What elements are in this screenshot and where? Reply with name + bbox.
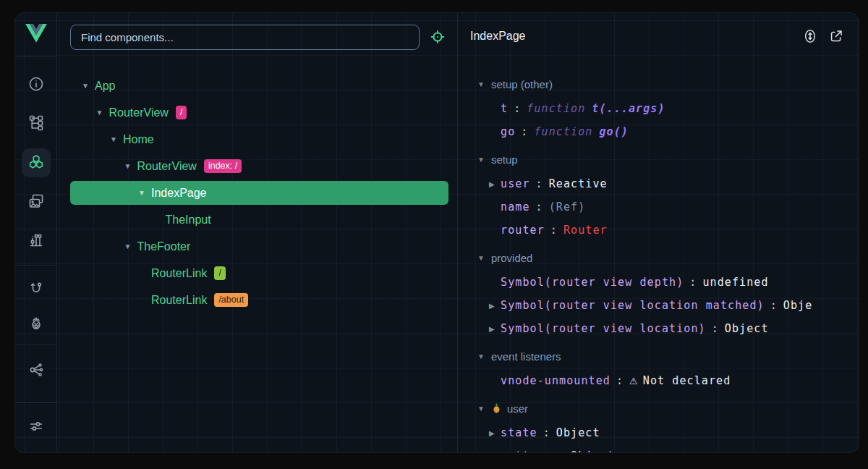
expand-arrow-icon[interactable]: ▶ bbox=[489, 302, 501, 310]
property-colon: : bbox=[770, 299, 778, 312]
expand-triangle-icon[interactable]: ▼ bbox=[124, 162, 133, 170]
expand-arrow-icon[interactable]: ▶ bbox=[489, 180, 501, 188]
section-header-event-listeners[interactable]: ▼event listeners bbox=[459, 343, 859, 369]
property-colon: : bbox=[558, 449, 565, 452]
function-keyword: function bbox=[527, 102, 585, 115]
property-key: getters bbox=[501, 449, 552, 452]
section-label: provided bbox=[491, 252, 533, 264]
tree-item-thefooter-6[interactable]: ▼TheFooter bbox=[70, 234, 448, 258]
property-key: name bbox=[501, 200, 530, 214]
property-colon: : bbox=[536, 177, 543, 190]
tree-item-theinput-5[interactable]: TheInput bbox=[70, 208, 448, 232]
expand-triangle-icon[interactable]: ▼ bbox=[124, 242, 133, 250]
function-signature: t(...args) bbox=[592, 102, 665, 115]
section-header-user[interactable]: ▼user bbox=[459, 395, 859, 421]
property-key: Symbol(router view depth) bbox=[501, 276, 684, 289]
section-header-setup-other-[interactable]: ▼setup (other) bbox=[459, 71, 859, 97]
expand-triangle-icon[interactable]: ▼ bbox=[82, 82, 90, 90]
inspector-section: ▼providedSymbol(router view depth):undef… bbox=[459, 245, 859, 340]
route-badge: / bbox=[214, 266, 225, 281]
sidebar-divider bbox=[15, 345, 56, 345]
section-collapse-icon[interactable]: ▼ bbox=[477, 405, 485, 413]
tree-item-routerview-1[interactable]: ▼RouterView/ bbox=[70, 101, 448, 124]
property-row-name[interactable]: name:(Ref) bbox=[459, 195, 859, 219]
scroll-to-component-button[interactable] bbox=[801, 27, 820, 46]
property-row-getters[interactable]: ▶getters:Object bbox=[459, 444, 859, 452]
tree-item-home-2[interactable]: ▼Home bbox=[70, 127, 448, 151]
property-value: (Ref) bbox=[549, 200, 586, 214]
property-row-state[interactable]: ▶state:Object bbox=[459, 421, 859, 444]
tree-item-routerview-3[interactable]: ▼RouterViewindex: / bbox=[70, 154, 448, 178]
property-key: Symbol(router view location) bbox=[501, 322, 706, 335]
sidebar-item-pinia[interactable] bbox=[22, 308, 51, 337]
property-colon: : bbox=[712, 322, 719, 335]
property-value: Reactive bbox=[549, 177, 608, 190]
route-badge: /about bbox=[214, 293, 248, 308]
property-key: Symbol(router view location matched) bbox=[501, 299, 765, 312]
expand-arrow-icon[interactable]: ▶ bbox=[489, 452, 501, 453]
section-collapse-icon[interactable]: ▼ bbox=[477, 80, 485, 88]
property-key: user bbox=[501, 177, 530, 190]
sidebar-item-assets[interactable] bbox=[22, 187, 51, 216]
sidebar-item-inspector[interactable] bbox=[22, 226, 51, 255]
expand-triangle-icon[interactable]: ▼ bbox=[96, 109, 105, 117]
section-header-setup[interactable]: ▼setup bbox=[459, 146, 859, 172]
expand-triangle-icon[interactable]: ▼ bbox=[110, 135, 119, 143]
component-name: TheFooter bbox=[137, 240, 191, 253]
property-row-Symbol-router-view-depth-[interactable]: Symbol(router view depth):undefined bbox=[459, 271, 859, 294]
tree-item-routerlink-7[interactable]: RouterLink/ bbox=[70, 261, 448, 285]
property-colon: : bbox=[536, 200, 543, 214]
select-component-button[interactable] bbox=[427, 27, 448, 47]
sidebar-divider bbox=[15, 56, 56, 57]
open-in-editor-button[interactable] bbox=[827, 27, 846, 46]
search-input[interactable] bbox=[81, 31, 409, 43]
expand-arrow-icon[interactable]: ▶ bbox=[489, 325, 501, 333]
search-box bbox=[70, 25, 420, 50]
expand-triangle-icon[interactable]: ▼ bbox=[138, 189, 147, 197]
sidebar-item-graph[interactable] bbox=[22, 355, 51, 384]
sidebar-item-pages[interactable] bbox=[22, 108, 51, 137]
property-row-router[interactable]: router:Router bbox=[459, 219, 859, 242]
inspector-section: ▼event listenersvnode-unmounted:⚠Not dec… bbox=[459, 343, 859, 392]
inspector-section: ▼setup (other)t:functiont(...args)go:fun… bbox=[459, 71, 859, 143]
component-name: RouterLink bbox=[151, 267, 207, 280]
section-collapse-icon[interactable]: ▼ bbox=[477, 254, 485, 262]
property-colon: : bbox=[543, 426, 550, 439]
graph-icon bbox=[27, 361, 45, 379]
mixer-icon bbox=[27, 232, 45, 249]
tree-item-indexpage-4[interactable]: ▼IndexPage bbox=[70, 181, 448, 205]
tree-item-app-0[interactable]: ▼App bbox=[70, 74, 448, 98]
sidebar-item-components[interactable] bbox=[22, 148, 51, 177]
property-value: Router bbox=[563, 224, 608, 237]
section-label: event listeners bbox=[491, 350, 561, 363]
section-header-provided[interactable]: ▼provided bbox=[459, 245, 859, 271]
section-label: setup (other) bbox=[491, 78, 553, 90]
function-keyword: function bbox=[534, 125, 592, 138]
property-value: Object bbox=[725, 322, 769, 335]
expand-arrow-icon[interactable]: ▶ bbox=[489, 429, 501, 437]
property-row-vnode-unmounted[interactable]: vnode-unmounted:⚠Not declared bbox=[459, 369, 859, 392]
property-row-Symbol-router-view-location-matched-[interactable]: ▶Symbol(router view location matched):Ob… bbox=[459, 294, 859, 317]
info-icon bbox=[27, 75, 45, 93]
component-name: App bbox=[95, 80, 115, 93]
component-name: RouterLink bbox=[151, 294, 207, 307]
route-badge: / bbox=[176, 106, 187, 120]
images-icon bbox=[27, 193, 45, 210]
property-row-t[interactable]: t:functiont(...args) bbox=[459, 97, 859, 120]
sidebar-item-settings[interactable] bbox=[22, 412, 51, 441]
property-key: vnode-unmounted bbox=[501, 374, 610, 387]
component-name: RouterView bbox=[137, 160, 197, 173]
pinia-pineapple-icon bbox=[491, 402, 502, 414]
section-collapse-icon[interactable]: ▼ bbox=[477, 352, 485, 360]
property-row-Symbol-router-view-location-[interactable]: ▶Symbol(router view location):Object bbox=[459, 317, 859, 340]
property-value: Object bbox=[556, 426, 600, 439]
sidebar-item-router[interactable] bbox=[22, 274, 51, 303]
inspector-sections: ▼setup (other)t:functiont(...args)go:fun… bbox=[459, 71, 859, 452]
property-row-user[interactable]: ▶user:Reactive bbox=[459, 172, 859, 195]
property-key: state bbox=[501, 426, 537, 439]
sidebar-item-overview[interactable] bbox=[22, 69, 51, 98]
section-collapse-icon[interactable]: ▼ bbox=[477, 156, 485, 164]
tree-item-routerlink-8[interactable]: RouterLink/about bbox=[70, 288, 448, 312]
inspector-title: IndexPage bbox=[470, 30, 526, 43]
property-row-go[interactable]: go:functiongo() bbox=[459, 120, 859, 143]
